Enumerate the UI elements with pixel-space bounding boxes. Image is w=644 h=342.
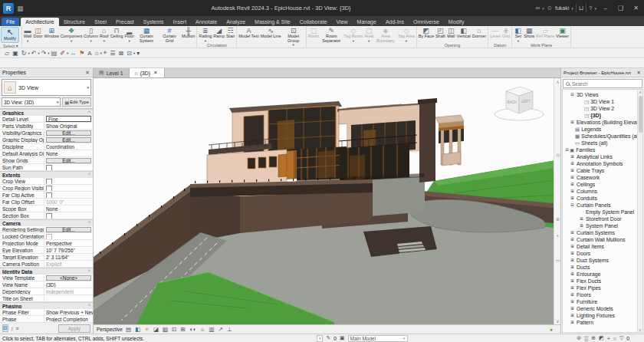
tree-item[interactable]: Curtain Panels <box>563 202 642 209</box>
store-icon[interactable]: ⊔ <box>579 5 583 12</box>
minimize-button[interactable]: – <box>599 5 612 12</box>
property-value[interactable]: 1000' 0" <box>44 199 93 205</box>
ribbon-button[interactable]: ◰ Shaft <box>435 27 446 42</box>
user-icon[interactable]: ☺ <box>547 5 553 12</box>
qat-button[interactable]: ↻ <box>20 50 30 57</box>
tree-item[interactable]: Conduits <box>563 195 642 202</box>
property-row[interactable]: Extents <box>0 171 93 178</box>
property-row[interactable]: Discipline Coordination <box>0 143 93 150</box>
ribbon-button[interactable]: ▣ Viewer <box>555 27 570 42</box>
select-pinned-icon[interactable]: ⊕ <box>591 335 596 341</box>
scroll-up-icon[interactable]: ∧ <box>554 79 560 84</box>
ribbon-button[interactable]: ▯ Column <box>83 27 99 42</box>
tree-item[interactable]: Curtain Systems <box>563 229 642 236</box>
drag-on-selection-icon[interactable]: + <box>607 336 610 341</box>
ribbon-button[interactable]: ⊞ Window <box>44 27 61 42</box>
select-by-face-icon[interactable]: ◩ <box>599 335 604 341</box>
workspace-icon[interactable]: ▦ <box>14 5 27 12</box>
property-value[interactable]: 2' 3 11/64" <box>44 254 93 260</box>
temporary-view-properties-icon[interactable]: ▥ <box>209 326 215 334</box>
scroll-down-icon[interactable]: ∨ <box>554 318 560 324</box>
ribbon-tab[interactable]: File <box>2 18 19 26</box>
ribbon-button[interactable]: ◫ Door <box>33 27 44 42</box>
viewcube[interactable]: BACK LEFT <box>490 81 548 124</box>
tree-expander-icon[interactable] <box>570 305 575 312</box>
workset-pencil-icon[interactable]: ✎ <box>326 335 330 341</box>
property-value[interactable]: None <box>44 206 93 212</box>
tree-expander-icon[interactable] <box>570 257 575 264</box>
ribbon-tab[interactable]: Precast <box>111 18 139 26</box>
tree-expander-icon[interactable] <box>579 222 584 229</box>
ribbon-button[interactable]: ▂ Floor <box>123 27 135 42</box>
ribbon-button[interactable]: ◈ Area Boundary <box>374 27 397 46</box>
close-icon[interactable]: ✕ <box>153 70 159 76</box>
ribbon-button[interactable]: ⊓ Ceiling <box>110 27 124 42</box>
property-row[interactable]: Far Clip Offset 1000' 0" <box>0 199 93 206</box>
tree-item[interactable]: Empty System Panel <box>563 209 642 215</box>
property-value[interactable]: Edit... <box>46 137 91 143</box>
property-row[interactable]: Default Analysis Dis... None <box>0 150 93 157</box>
property-row[interactable]: Target Elevation 2' 3 11/64" <box>0 254 93 261</box>
tree-item[interactable]: Ceilings <box>563 181 642 188</box>
apply-button[interactable]: Apply <box>58 324 90 333</box>
close-icon[interactable]: ✕ <box>84 70 90 76</box>
property-value[interactable] <box>44 192 93 198</box>
account-caret[interactable]: ▾ <box>571 6 573 11</box>
tree-item[interactable]: Storefront Door <box>563 215 642 222</box>
property-value[interactable]: Independent <box>44 288 93 294</box>
qat-button[interactable]: ↶ <box>30 50 40 57</box>
property-value[interactable] <box>44 295 93 301</box>
property-value[interactable]: None <box>44 150 93 156</box>
qat-button[interactable]: ⌖ <box>102 49 109 57</box>
property-row[interactable]: Show Grids Edit... <box>0 157 93 164</box>
property-row[interactable]: Title on Sheet <box>0 295 93 302</box>
modify-button[interactable]: ↖ Modify <box>1 27 19 43</box>
property-value[interactable]: Edit... <box>46 130 91 136</box>
property-row[interactable]: View Name {3D} <box>0 281 93 288</box>
qat-button[interactable]: ⚑ <box>77 50 86 57</box>
qat-button[interactable]: ▤ <box>50 50 59 57</box>
ribbon-button[interactable]: ≣ Railing <box>198 27 212 42</box>
ribbon-button[interactable]: ◢ Ramp <box>212 27 225 42</box>
tree-item[interactable]: Columns <box>563 188 642 195</box>
ribbon-button[interactable]: ◧ Vertical <box>456 27 472 42</box>
tree-item[interactable]: ◳ 3D View 1 <box>563 98 642 105</box>
tree-expander-icon[interactable] <box>570 250 575 257</box>
tree-item[interactable]: Flex Ducts <box>563 278 642 284</box>
sort-ascending-icon[interactable]: ↕ <box>11 326 14 331</box>
tree-item[interactable]: System Panel <box>563 222 642 229</box>
properties-filter-icon[interactable]: ⊟ <box>2 324 8 332</box>
close-icon[interactable]: ✕ <box>636 70 642 76</box>
ribbon-tab[interactable]: Insert <box>169 18 192 26</box>
design-option-select[interactable]: Main Model ▾ <box>348 335 408 342</box>
property-row[interactable]: Eye Elevation 10' 7 79/256" <box>0 247 93 254</box>
username[interactable]: fukaki <box>555 5 569 11</box>
tree-item[interactable]: Detail Items <box>563 243 642 250</box>
property-row[interactable]: Section Box <box>0 212 93 219</box>
qat-button[interactable]: ▾ <box>135 50 141 57</box>
filter-icon[interactable]: ▽ <box>619 335 623 341</box>
property-value[interactable]: Coordination <box>44 143 93 150</box>
detail-level-icon[interactable]: ▤ <box>126 326 131 334</box>
tree-expander-icon[interactable] <box>570 284 575 291</box>
tree-expander-icon[interactable] <box>570 236 575 243</box>
property-row[interactable]: Dependency Independent <box>0 288 93 295</box>
ribbon-button[interactable]: ◫ Wall <box>446 27 456 42</box>
ribbon-button[interactable]: ☶ Stair <box>225 27 235 42</box>
tree-expander-icon[interactable] <box>570 264 575 271</box>
tree-expander-icon[interactable] <box>570 153 575 160</box>
scrollbar-thumb[interactable] <box>639 96 642 133</box>
ribbon-button[interactable]: # Curtain Grid <box>158 27 181 46</box>
tree-item[interactable]: Floors <box>563 291 642 298</box>
tree-item[interactable]: Pattern <box>563 319 642 326</box>
view-tab-3d[interactable]: ⌂ {3D} ✕ <box>130 68 165 77</box>
property-row[interactable]: Graphic Display Opt... Edit... <box>0 136 93 143</box>
tree-item[interactable]: Entourage <box>563 271 642 278</box>
tree-expander-icon[interactable] <box>570 319 575 326</box>
background-processes-icon[interactable]: ○ <box>613 336 616 341</box>
tree-item[interactable]: Cable Trays <box>563 167 642 174</box>
tree-expander-icon[interactable] <box>570 298 575 305</box>
property-value[interactable] <box>44 164 93 170</box>
ribbon-tab[interactable]: Annotate <box>191 18 222 26</box>
panel-label[interactable]: Select ▾ <box>1 43 21 48</box>
